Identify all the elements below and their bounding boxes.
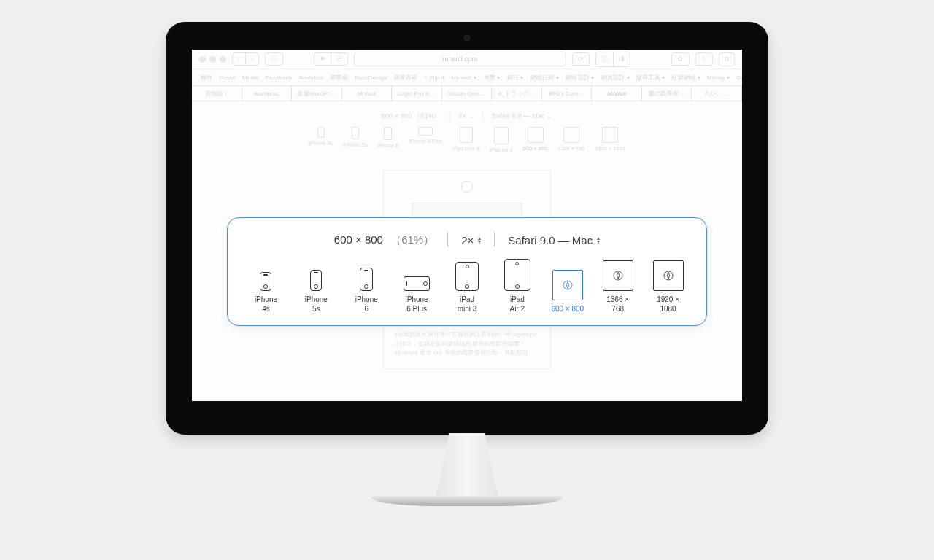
- bookmark-item[interactable]: 蘋果百科: [394, 74, 418, 82]
- device-picker: iPhone 4siPhone 5siPhone 6iPhone 6 Plusi…: [248, 259, 686, 314]
- separator: [447, 233, 448, 247]
- device-option-1920-1080[interactable]: 1920 × 1080: [650, 260, 686, 314]
- useragent-picker[interactable]: Safari 9.0 — Mac ▴▾: [508, 234, 600, 246]
- bookmark-item[interactable]: Guitar ▾: [736, 74, 742, 81]
- browser-tab[interactable]: Studio One…: [442, 86, 493, 101]
- viewport-percent: （61%）: [390, 233, 434, 246]
- article-body: #今天想跟大家分享一下我在網上看到的一些 Spotlight 小技巧：也就是如何…: [394, 330, 540, 358]
- bookmark-item[interactable]: Facebook: [266, 74, 293, 81]
- device-option-iphone-4s[interactable]: iPhone 4s: [248, 272, 284, 314]
- device-option-600-800[interactable]: 600 × 800: [549, 270, 585, 314]
- device-label: 1366 × 768: [600, 295, 636, 314]
- bookmark-item[interactable]: BuzzDesign: [355, 74, 387, 81]
- desktop-icon: [653, 260, 684, 291]
- useragent-value: Safari 9.0 — Mac: [508, 234, 593, 246]
- sidebar-button[interactable]: ☐: [265, 52, 282, 66]
- faded-percent: （61%）: [414, 112, 441, 120]
- faded-device-option: iPhone 6 Plus: [409, 127, 442, 152]
- scale-picker[interactable]: 2× ▴▾: [461, 234, 481, 246]
- bookmark-item[interactable]: Analytics: [298, 74, 323, 81]
- browser-toolbar: ‹› ☐ ⚑☰ mrwuli.com ⟳ ⓘ◑ ✿ ⇧ ⧉: [192, 50, 742, 69]
- bookmark-item[interactable]: Gmail: [219, 74, 235, 81]
- bookmark-item[interactable]: 銀行 ▾: [507, 74, 524, 82]
- bookmark-item[interactable]: 搜尋工具 ▾: [636, 74, 665, 82]
- bookmark-item[interactable]: 導覽板: [330, 74, 348, 82]
- faded-scale: 2×: [458, 112, 466, 120]
- iphone-icon: [404, 276, 430, 291]
- imac-stand-foot: [372, 496, 562, 506]
- device-option-1366-768[interactable]: 1366 × 768: [600, 260, 636, 314]
- browser-tab[interactable]: 森の四季界…: [642, 86, 692, 101]
- iphone-icon: [310, 270, 322, 291]
- device-label: iPhone 4s: [255, 295, 277, 314]
- device-label: iPad mini 3: [458, 295, 477, 314]
- desktop-icon: [603, 260, 633, 291]
- bookmark-item[interactable]: 社群網站 ▾: [671, 74, 700, 82]
- bookmark-item[interactable]: + Flip it: [424, 74, 444, 81]
- device-option-ipad-mini-3[interactable]: iPad mini 3: [449, 262, 485, 314]
- browser-tab[interactable]: たい……: [692, 86, 742, 101]
- stepper-icon: ▴▾: [478, 236, 481, 244]
- bookmark-item[interactable]: Mixing ▾: [707, 74, 730, 81]
- zoom-icon[interactable]: [220, 56, 226, 63]
- share-button[interactable]: ⇧: [695, 52, 713, 66]
- iphone-icon: [360, 268, 373, 291]
- ipad-icon: [455, 262, 479, 291]
- camera-dot: [464, 35, 470, 41]
- device-option-ipad-air-2[interactable]: iPad Air 2: [499, 259, 535, 314]
- faded-device-option: iPhone 5s: [343, 127, 367, 152]
- ipad-icon: [504, 259, 530, 291]
- bookmark-item[interactable]: 郵件: [201, 74, 212, 82]
- globe-icon: [461, 181, 473, 192]
- device-label: iPad Air 2: [510, 295, 525, 314]
- device-option-iphone-6[interactable]: iPhone 6: [349, 268, 385, 314]
- reload-button[interactable]: ⟳: [572, 52, 590, 66]
- bookmark-item[interactable]: 網站設計 ▾: [566, 74, 594, 82]
- separator: [494, 233, 495, 247]
- browser-tab[interactable]: MrWuli: [592, 86, 642, 101]
- faded-device-option: iPhone 4s: [309, 127, 333, 152]
- minimize-icon[interactable]: [209, 56, 216, 63]
- browser-tab[interactable]: MrWuli: [342, 86, 393, 101]
- faded-device-option: iPhone 6: [377, 127, 398, 152]
- device-option-iphone-6-plus[interactable]: iPhone 6 Plus: [399, 276, 435, 314]
- faded-ua: Safari 9.0 — Mac: [492, 112, 545, 120]
- close-icon[interactable]: [199, 56, 206, 63]
- faded-device-option: 600 × 800: [523, 127, 547, 152]
- tabs-button[interactable]: ⧉: [719, 52, 735, 66]
- device-label: iPhone 5s: [305, 295, 328, 314]
- bookmark-item[interactable]: 網路行銷 ▾: [530, 74, 559, 82]
- bookmarks-bar[interactable]: 郵件GmailKindleFacebookAnalytics導覽板BuzzDes…: [192, 69, 742, 86]
- browser-tab[interactable]: 控制台 ‹: [192, 86, 242, 101]
- browser-tab[interactable]: Logic Pro X…: [392, 86, 442, 101]
- reader-buttons[interactable]: ⚑☰: [314, 52, 348, 66]
- device-option-iphone-5s[interactable]: iPhone 5s: [298, 270, 334, 314]
- viewport-size[interactable]: 600 × 800 （61%）: [334, 233, 434, 247]
- faded-size: 600 × 800: [382, 112, 412, 120]
- responsive-design-panel: 600 × 800 （61%） 2× ▴▾ Safari 9.0 — Mac ▴…: [227, 217, 707, 326]
- bookmark-item[interactable]: 網頁設計 ▾: [601, 74, 630, 82]
- device-label: iPhone 6: [355, 295, 378, 314]
- faded-device-option: iPad Air 2: [490, 127, 513, 152]
- device-label: 1920 × 1080: [650, 295, 686, 314]
- browser-tab[interactable]: wordpres: [242, 86, 293, 101]
- settings-button[interactable]: ✿: [671, 52, 689, 66]
- bookmark-item[interactable]: Kindle: [242, 74, 258, 81]
- responsive-status-row: 600 × 800 （61%） 2× ▴▾ Safari 9.0 — Mac ▴…: [248, 233, 686, 247]
- tab-strip[interactable]: 控制台 ‹wordpres改變WordPr…MrWuliLogic Pro X……: [192, 86, 742, 101]
- address-bar[interactable]: mrwuli.com: [354, 52, 566, 66]
- browser-tab[interactable]: 改變WordPr…: [292, 86, 342, 101]
- nav-buttons[interactable]: ‹›: [232, 52, 259, 66]
- reader-info[interactable]: ⓘ◑: [595, 52, 630, 67]
- desktop-icon: [552, 270, 583, 300]
- bookmark-item[interactable]: 專案 ▾: [484, 74, 501, 82]
- browser-tab[interactable]: 4_トラック…: [492, 86, 542, 101]
- window-controls[interactable]: [199, 56, 226, 63]
- viewport-size-value: 600 × 800: [334, 233, 383, 246]
- faded-device-option: iPad mini 3: [452, 127, 479, 152]
- scale-value: 2×: [461, 234, 474, 246]
- bookmark-item[interactable]: My web ▾: [451, 74, 476, 81]
- stepper-icon: ▴▾: [597, 236, 600, 244]
- iphone-icon: [260, 272, 271, 291]
- browser-tab[interactable]: BFD3 Core…: [542, 86, 593, 101]
